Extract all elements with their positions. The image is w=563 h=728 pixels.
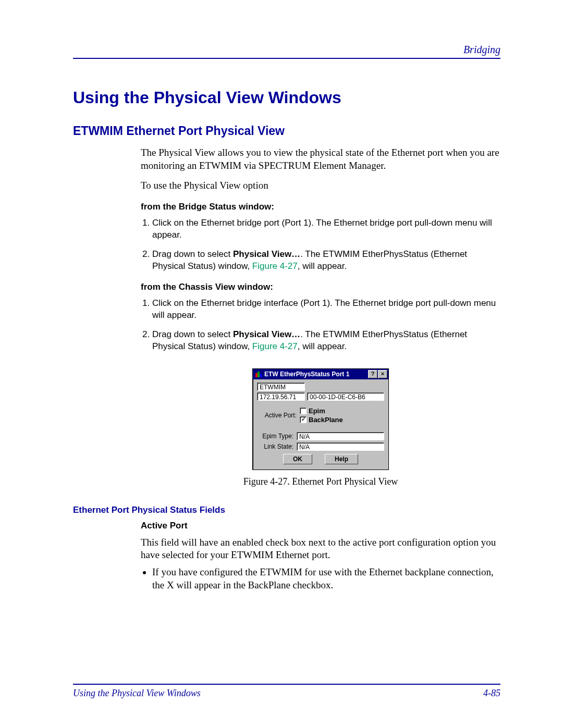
fields-heading: Ethernet Port Physical Status Fields — [73, 505, 500, 515]
link-state-label: Link State: — [257, 443, 293, 450]
epim-checkbox-label: Epim — [309, 407, 325, 415]
dialog-title: ETW EtherPhysStatus Port 1 — [264, 371, 368, 378]
bridge-status-steps: Click on the Ethernet bridge port (Port … — [141, 217, 500, 273]
footer-rule — [73, 684, 500, 685]
active-port-label: Active Port: — [260, 412, 297, 419]
link-state-field: N/A — [297, 442, 384, 451]
text: Drag down to select — [152, 249, 233, 259]
backplane-checkbox[interactable]: ✓ — [300, 416, 307, 423]
page-footer: Using the Physical View Windows 4-85 — [73, 680, 500, 699]
page-header-section: Bridging — [73, 44, 500, 56]
text: Drag down to select — [152, 329, 233, 339]
footer-section-title: Using the Physical View Windows — [73, 688, 201, 699]
header-rule — [73, 58, 500, 59]
intro-paragraph: The Physical View allows you to view the… — [141, 146, 500, 172]
svg-rect-2 — [260, 374, 262, 377]
bold-text: Physical View… — [233, 329, 300, 339]
help-button[interactable]: Help — [325, 454, 358, 464]
lead-paragraph: To use the Physical View option — [141, 179, 500, 192]
text: , will appear. — [298, 261, 347, 271]
device-name-field: ETWMIM — [257, 382, 305, 391]
heading-2: ETWMIM Ethernet Port Physical View — [73, 124, 500, 138]
active-port-bullets: If you have configured the ETWMIM for us… — [141, 566, 500, 591]
text: Click on the Ethernet bridge interface (… — [152, 298, 496, 320]
svg-rect-1 — [258, 372, 260, 377]
figure-caption: Figure 4-27. Ethernet Port Physical View — [141, 476, 500, 487]
ok-button[interactable]: OK — [283, 454, 312, 464]
list-item: Drag down to select Physical View…. The … — [152, 249, 500, 273]
text: , will appear. — [298, 341, 347, 351]
epim-checkbox[interactable] — [300, 408, 307, 414]
dialog-titlebar[interactable]: ETW EtherPhysStatus Port 1 ? × — [253, 369, 388, 379]
heading-1: Using the Physical View Windows — [73, 88, 500, 107]
list-item: Click on the Ethernet bridge interface (… — [152, 298, 500, 322]
figure-ref[interactable]: Figure 4-27 — [252, 341, 298, 351]
figure-ref[interactable]: Figure 4-27 — [252, 261, 298, 271]
epim-type-field: N/A — [297, 432, 384, 440]
active-port-description: This field will have an enabled check bo… — [141, 536, 500, 562]
help-button-icon[interactable]: ? — [368, 370, 377, 378]
list-item: Click on the Ethernet bridge port (Port … — [152, 217, 500, 241]
app-icon — [255, 371, 262, 378]
dialog-etherphysstatus: ETW EtherPhysStatus Port 1 ? × ETWMIM 17… — [252, 368, 389, 470]
active-port-heading: Active Port — [141, 521, 500, 531]
mac-address-field: 00-00-1D-0E-C6-B6 — [307, 392, 384, 401]
subheading-chassis-view: from the Chassis View window: — [141, 282, 500, 292]
list-item: Drag down to select Physical View…. The … — [152, 329, 500, 353]
backplane-checkbox-label: BackPlane — [309, 416, 343, 424]
close-icon[interactable]: × — [378, 370, 387, 378]
text: Click on the Ethernet bridge port (Port … — [152, 218, 492, 240]
page-number: 4-85 — [483, 688, 500, 699]
chassis-view-steps: Click on the Ethernet bridge interface (… — [141, 298, 500, 353]
list-item: If you have configured the ETWMIM for us… — [152, 566, 500, 591]
epim-type-label: Epim Type: — [257, 433, 293, 440]
svg-rect-0 — [255, 373, 258, 377]
ip-address-field: 172.19.56.71 — [257, 392, 305, 401]
subheading-bridge-status: from the Bridge Status window: — [141, 202, 500, 212]
bold-text: Physical View… — [233, 249, 300, 259]
